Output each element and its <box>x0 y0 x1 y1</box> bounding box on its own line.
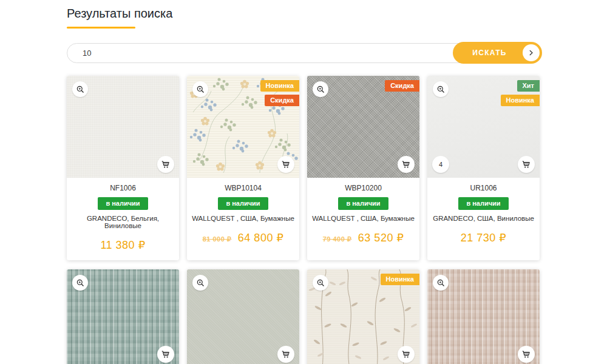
title-underline <box>67 27 135 29</box>
product-card-wbp10200[interactable]: Скидка WBP10200 в наличии WALLQUEST , СШ… <box>307 76 419 260</box>
zoom-in-icon[interactable] <box>192 81 208 97</box>
product-grid: NF1006 в наличии GRANDECO, Бельгия, Вини… <box>67 76 542 364</box>
product-card-wbp10104[interactable]: Новинка Скидка WBP10104 в наличии WALLQU… <box>187 76 299 260</box>
product-image[interactable]: Новинка Скидка <box>187 76 299 178</box>
zoom-in-icon[interactable] <box>433 81 449 97</box>
search-bar: ИСКАТЬ <box>67 42 542 64</box>
cart-icon[interactable] <box>277 346 294 363</box>
product-card-nf3106[interactable]: Новинка NF3106 в наличии <box>307 269 419 364</box>
page-title: Результаты поиска <box>67 7 172 21</box>
search-button[interactable]: ИСКАТЬ <box>453 42 542 64</box>
product-info: UR1006 в наличии GRANDECO, США, Виниловы… <box>427 178 540 253</box>
zoom-in-icon[interactable] <box>433 275 449 291</box>
zoom-in-icon[interactable] <box>192 275 208 291</box>
product-info: WBP10200 в наличии WALLQUEST , США, Бума… <box>307 178 419 253</box>
badge-sale: Скидка <box>385 80 419 92</box>
product-image[interactable]: Скидка <box>307 76 419 178</box>
cart-icon[interactable] <box>157 346 174 363</box>
product-card-ur1002[interactable]: UR1002 в наличии <box>187 269 299 364</box>
stock-badge: в наличии <box>458 197 508 210</box>
price-row: 21 730 ₽ <box>431 231 536 253</box>
product-price: 64 800 ₽ <box>238 232 284 244</box>
product-brand: GRANDECO, Бельгия, Виниловые <box>70 215 175 229</box>
product-sku: UR1006 <box>431 184 536 192</box>
product-image[interactable] <box>67 76 179 178</box>
product-brand: GRANDECO, США, Виниловые <box>431 215 536 222</box>
badge-new: Новинка <box>381 274 419 285</box>
product-brand: WALLQUEST , США, Бумажные <box>311 215 416 222</box>
zoom-in-icon[interactable] <box>72 81 88 97</box>
product-image[interactable] <box>187 269 299 364</box>
product-image[interactable] <box>67 269 179 364</box>
product-old-price: 79 400 ₽ <box>323 235 352 243</box>
stock-badge: в наличии <box>218 197 268 210</box>
product-row-2: UR1102 в наличии UR1002 в наличии <box>67 269 542 364</box>
zoom-in-icon[interactable] <box>313 81 328 97</box>
product-sku: WBP10200 <box>311 184 416 192</box>
product-row-1: NF1006 в наличии GRANDECO, Бельгия, Вини… <box>67 76 542 260</box>
product-brand: WALLQUEST , США, Бумажные <box>191 215 296 222</box>
badge-stack: Скидка <box>385 80 419 95</box>
badge-stack: Хит Новинка <box>501 80 540 109</box>
stock-badge: в наличии <box>98 197 148 210</box>
product-image[interactable]: Хит Новинка 4 <box>427 76 540 178</box>
cart-quantity-badge: 4 <box>432 156 449 173</box>
price-row: 11 380 ₽ <box>70 238 175 260</box>
product-sku: WBP10104 <box>191 184 296 192</box>
price-row: 79 400 ₽ 63 520 ₽ <box>311 231 416 253</box>
product-price: 63 520 ₽ <box>358 232 404 244</box>
price-row: 81 000 ₽ 64 800 ₽ <box>191 231 296 253</box>
cart-icon[interactable] <box>277 156 294 173</box>
product-card-ur1105[interactable]: UR1105 в наличии <box>427 269 540 364</box>
search-button-label: ИСКАТЬ <box>472 49 522 57</box>
product-price: 11 380 ₽ <box>100 239 145 251</box>
cart-icon[interactable] <box>398 156 415 173</box>
badge-new: Новинка <box>501 95 540 106</box>
cart-icon[interactable] <box>518 156 535 173</box>
stock-badge: в наличии <box>338 197 388 210</box>
product-card-ur1102[interactable]: UR1102 в наличии <box>67 269 179 364</box>
cart-icon[interactable] <box>398 346 415 363</box>
product-info: NF1006 в наличии GRANDECO, Бельгия, Вини… <box>67 178 179 260</box>
chevron-right-icon <box>523 44 540 61</box>
product-old-price: 81 000 ₽ <box>203 235 232 243</box>
badge-hit: Хит <box>517 80 540 92</box>
search-results-page: Результаты поиска ИСКАТЬ <box>0 0 607 364</box>
product-image[interactable]: Новинка <box>307 269 419 364</box>
product-sku: NF1006 <box>70 184 175 192</box>
product-info: WBP10104 в наличии WALLQUEST , США, Бума… <box>187 178 299 253</box>
badge-new: Новинка <box>260 80 299 92</box>
product-card-nf1006[interactable]: NF1006 в наличии GRANDECO, Бельгия, Вини… <box>67 76 179 260</box>
cart-icon[interactable] <box>157 156 174 173</box>
zoom-in-icon[interactable] <box>313 275 328 291</box>
zoom-in-icon[interactable] <box>72 275 88 291</box>
badge-stack: Новинка <box>381 274 419 288</box>
cart-icon[interactable] <box>518 346 535 363</box>
product-card-ur1006[interactable]: Хит Новинка 4 UR1006 в наличии GRANDECO,… <box>427 76 540 260</box>
product-image[interactable] <box>427 269 540 364</box>
badge-sale: Скидка <box>265 95 299 106</box>
product-price: 21 730 ₽ <box>461 232 507 244</box>
badge-stack: Новинка Скидка <box>260 80 299 109</box>
